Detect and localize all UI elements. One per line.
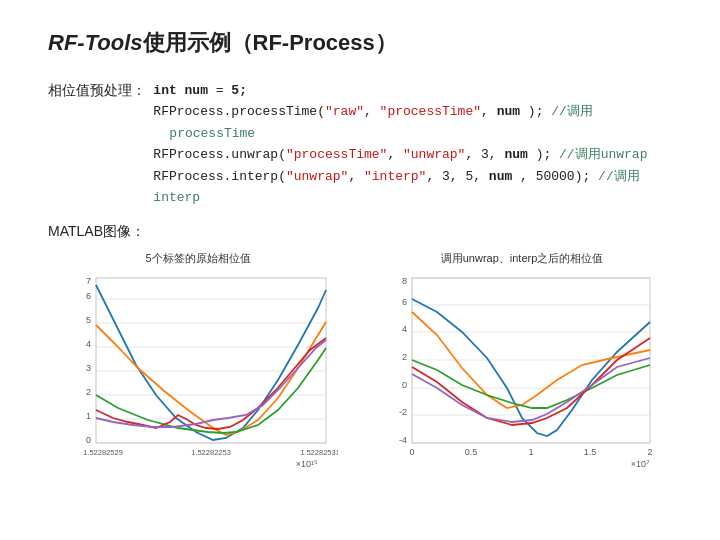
svg-text:7: 7 <box>86 276 91 286</box>
chart1-container: 5个标签的原始相位值 0 1 2 3 4 5 6 7 <box>48 251 348 470</box>
chart2-svg: -4 -2 0 2 4 6 8 0 0.5 <box>382 270 662 470</box>
svg-text:0: 0 <box>409 447 414 457</box>
chart2-container: 调用unwrap、interp之后的相位值 -4 -2 0 2 4 6 8 <box>372 251 672 470</box>
chart2-title: 调用unwrap、interp之后的相位值 <box>441 251 604 266</box>
svg-text:5: 5 <box>86 315 91 325</box>
svg-text:2: 2 <box>647 447 652 457</box>
code-line-2b: processTime <box>153 123 672 144</box>
code-line-2: RFProcess.processTime("raw", "processTim… <box>153 101 672 122</box>
kw-5: 5; <box>231 83 247 98</box>
svg-text:4: 4 <box>86 339 91 349</box>
chart1-title: 5个标签的原始相位值 <box>145 251 250 266</box>
svg-text:0: 0 <box>86 435 91 445</box>
svg-text:6: 6 <box>86 291 91 301</box>
title-prefix: RF-Tools <box>48 30 143 55</box>
title-suffix: 使用示例（RF-Process） <box>143 30 397 55</box>
svg-rect-20 <box>412 278 650 443</box>
code-line-1: int num = 5; <box>153 80 672 101</box>
svg-text:6: 6 <box>402 297 407 307</box>
page-title: RF-Tools使用示例（RF-Process） <box>48 28 672 58</box>
svg-text:1.5: 1.5 <box>584 447 597 457</box>
svg-text:2: 2 <box>402 352 407 362</box>
code-line-4: RFProcess.interp("unwrap", "interp", 3, … <box>153 166 672 209</box>
matlab-section: MATLAB图像： 5个标签的原始相位值 0 1 2 3 4 5 6 7 <box>48 223 672 470</box>
chart1-svg: 0 1 2 3 4 5 6 7 1.522 <box>58 270 338 470</box>
code-block: int num = 5; RFProcess.processTime("raw"… <box>153 80 672 209</box>
svg-text:1: 1 <box>528 447 533 457</box>
code-line-3: RFProcess.unwrap("processTime", "unwrap"… <box>153 144 672 165</box>
svg-text:-4: -4 <box>399 435 407 445</box>
svg-text:×10¹⁵: ×10¹⁵ <box>296 459 318 469</box>
svg-text:1: 1 <box>86 411 91 421</box>
svg-text:4: 4 <box>402 324 407 334</box>
phase-label: 相位值预处理： <box>48 80 143 100</box>
svg-text:8: 8 <box>402 276 407 286</box>
kw-int: int num <box>153 83 208 98</box>
svg-text:-2: -2 <box>399 407 407 417</box>
svg-text:1.52282531: 1.52282531 <box>300 448 338 457</box>
matlab-label: MATLAB图像： <box>48 223 672 241</box>
svg-text:2: 2 <box>86 387 91 397</box>
svg-text:3: 3 <box>86 363 91 373</box>
phase-section: 相位值预处理： int num = 5; RFProcess.processTi… <box>48 80 672 209</box>
page: RF-Tools使用示例（RF-Process） 相位值预处理： int num… <box>0 0 720 540</box>
svg-text:0.5: 0.5 <box>465 447 478 457</box>
svg-text:1.52282253: 1.52282253 <box>191 448 231 457</box>
charts-row: 5个标签的原始相位值 0 1 2 3 4 5 6 7 <box>48 251 672 470</box>
svg-text:0: 0 <box>402 380 407 390</box>
svg-text:×10⁷: ×10⁷ <box>631 459 650 469</box>
svg-text:1.52282529: 1.52282529 <box>83 448 123 457</box>
